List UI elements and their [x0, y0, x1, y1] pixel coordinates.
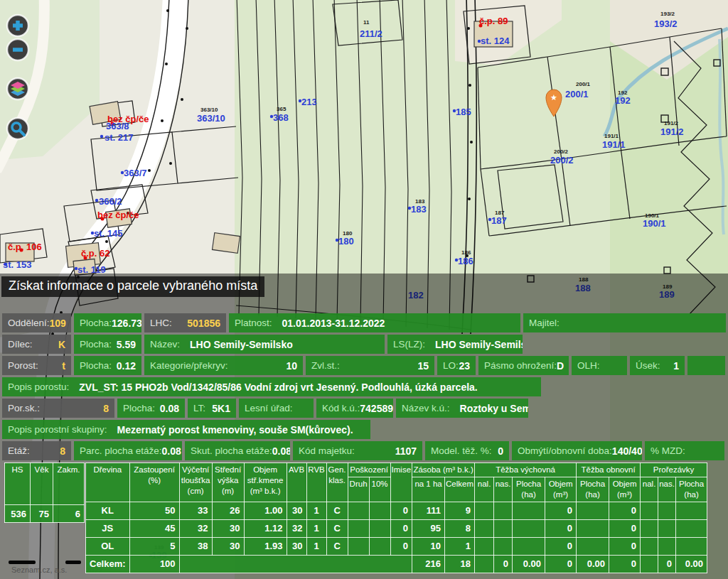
- parcel-label: st. 217: [105, 132, 133, 143]
- parcel-label: 368: [273, 112, 289, 123]
- layers-button[interactable]: [6, 77, 30, 101]
- parcel-label: 187: [491, 215, 507, 226]
- parcel-label: st. 145: [94, 228, 122, 239]
- zoom-out-button[interactable]: [6, 38, 30, 62]
- group-tezba-vychovna: Těžba výchovná: [475, 463, 577, 477]
- building-label: č.p. 62: [81, 248, 109, 259]
- parcel-label: 190/1: [643, 218, 666, 229]
- table-row: JS 45 32 30 1.12 32 1 C 0 95 8 0 0: [86, 519, 707, 537]
- col-zakm: Zakm.: [53, 463, 85, 505]
- building-label: č.p. 89: [479, 16, 508, 26]
- col-nal: nal.: [475, 477, 494, 502]
- col-hs: HS: [5, 463, 31, 505]
- group-zasoba: Zásoba (m³ b.k.): [412, 463, 475, 477]
- parcel-label: 200/1: [565, 89, 589, 99]
- table-row: KL 50 33 26 1.00 30 1 C 0 111 9 0 0: [86, 502, 707, 519]
- small-label: 193/2: [660, 11, 675, 17]
- col-nal: nal.: [641, 477, 658, 502]
- col-plocha-ha: Plocha (ha): [577, 477, 609, 502]
- group-poskozeni: Poškození: [348, 463, 390, 477]
- parcel-label: 363/7: [124, 168, 147, 178]
- small-label: 190/1: [645, 212, 659, 219]
- parcel-label: 186: [458, 256, 473, 266]
- parcel-label: 192: [615, 95, 631, 106]
- parcel-label: 363/10: [197, 113, 225, 124]
- col-na1ha: na 1 ha: [412, 477, 445, 502]
- small-label: 192: [618, 90, 627, 96]
- parcel-label: 185: [456, 107, 471, 117]
- map-application: ★ 211/2 st. 124 193/2 200/1 192 213 363/…: [0, 0, 728, 579]
- col-objem-m3: Objem (m³): [545, 477, 577, 502]
- table-total-row: Celkem: 100 216 18 0 0.00 0 0.00 0 0 0.0…: [86, 555, 707, 573]
- search-icon: [6, 117, 30, 141]
- col-nas: nas.: [494, 477, 513, 502]
- building-label: bez čp/če: [97, 210, 139, 220]
- parcel-label: st. 153: [3, 259, 31, 270]
- parcel-label: st. 124: [481, 36, 509, 46]
- parcel-label: 366/2: [99, 196, 122, 207]
- parcel-label: 183: [411, 204, 427, 215]
- col-plocha-ha: Plocha (ha): [513, 477, 545, 502]
- search-button[interactable]: [6, 117, 30, 141]
- col-avb: AVB: [287, 463, 306, 502]
- species-table: Dřevina Zastoupení (%) Výčetní tloušťka …: [85, 462, 707, 573]
- small-label: 187: [495, 210, 504, 216]
- table-row: OL 5 38 30 1.93 30 1 C 0 10 1 0 0: [86, 537, 707, 555]
- parcel-label: 213: [301, 97, 317, 107]
- plus-icon: [6, 13, 30, 38]
- parcel-label: 180: [338, 236, 354, 247]
- small-label: 200/2: [554, 148, 568, 155]
- minus-icon: [6, 38, 30, 62]
- stand-summary-table: HS Věk Zakm. 536 75 6: [4, 462, 85, 523]
- small-label: 180: [343, 230, 352, 237]
- small-label: 183: [415, 198, 424, 205]
- col-vek: Věk: [31, 463, 53, 505]
- col-imise: Imise: [390, 463, 412, 502]
- col-nas: nas.: [658, 477, 676, 502]
- parcel-label: 191/2: [660, 126, 684, 137]
- small-label: 11: [363, 19, 369, 26]
- zoom-in-button[interactable]: [6, 13, 30, 38]
- small-label: 186: [461, 249, 471, 256]
- small-label: 365: [277, 106, 286, 112]
- col-gen-klas: Gen. klas.: [326, 463, 348, 502]
- col-10pct: 10%: [369, 477, 390, 502]
- parcel-label: 211/2: [360, 28, 382, 39]
- col-zastoupeni: Zastoupení (%): [129, 463, 179, 502]
- table-row: 536 75 6: [5, 505, 85, 523]
- col-celkem: Celkem: [445, 477, 475, 502]
- col-plocha-ha: Plocha (ha): [676, 477, 707, 502]
- col-objem-kmene: Objem stř.kmene (m³ b.k.): [244, 463, 287, 502]
- col-rvb: RVB: [306, 463, 326, 502]
- group-tezba-obnovni: Těžba obnovní: [577, 463, 641, 477]
- total-label: Celkem:: [86, 555, 130, 573]
- parcel-label: 200/2: [550, 155, 574, 166]
- col-drevina: Dřevina: [86, 463, 130, 502]
- col-objem-m3: Objem (m³): [609, 477, 641, 502]
- col-stredni: Střední výška (m): [212, 463, 244, 502]
- layers-icon: [6, 77, 30, 101]
- building-label: č.p. 106: [8, 242, 42, 252]
- parcel-label: 193/2: [654, 18, 678, 29]
- building-label: bez čp/če: [107, 114, 149, 124]
- small-label: 363/10: [200, 107, 218, 113]
- small-label: 200/1: [576, 81, 590, 87]
- col-vycetni: Výčetní tloušťka (cm): [179, 463, 212, 502]
- small-label: 191/1: [604, 133, 619, 139]
- col-druh: Druh: [348, 477, 369, 502]
- small-label: 191/2: [664, 120, 678, 126]
- map-tooltip: Získat informace o parcele vybraného mís…: [1, 276, 264, 297]
- parcel-label: 191/1: [602, 139, 626, 150]
- group-prorezavky: Prořezávky: [641, 463, 707, 477]
